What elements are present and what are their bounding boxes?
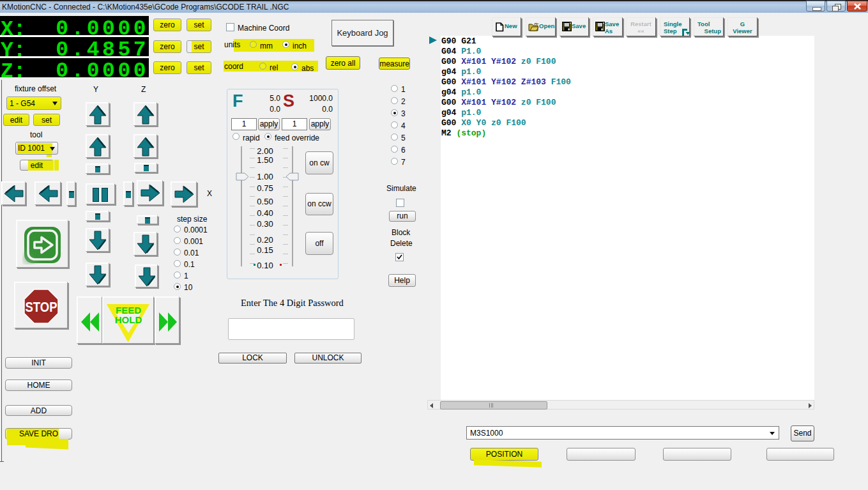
svg-text:HOLD: HOLD [115, 314, 142, 325]
svg-text:STOP: STOP [26, 299, 57, 315]
